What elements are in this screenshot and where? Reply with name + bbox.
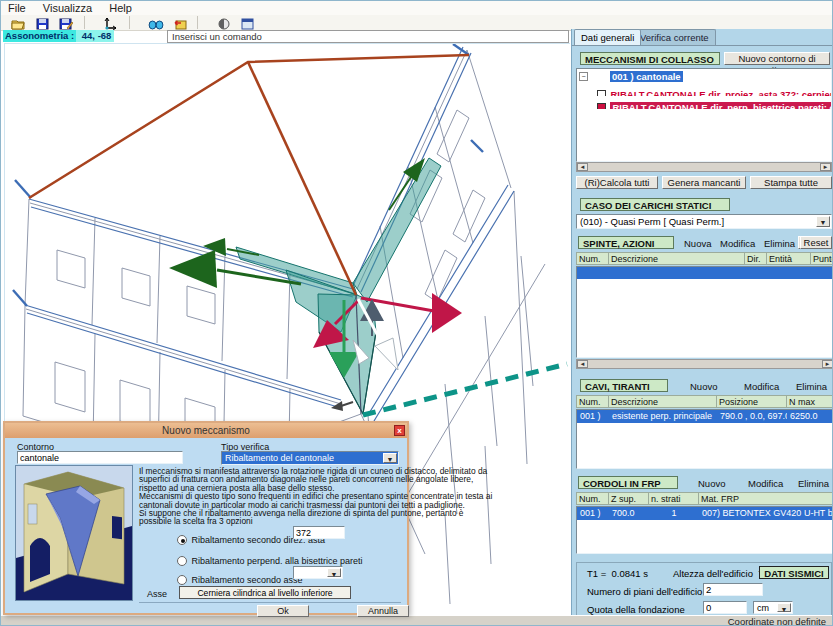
piani-input[interactable] (703, 583, 763, 596)
cavi-elimina-button[interactable]: Elimina (796, 381, 827, 392)
asse-label: Asse (147, 589, 167, 599)
axes-origin-icon[interactable] (101, 15, 120, 30)
cavi-nuovo-button[interactable]: Nuovo (690, 381, 717, 392)
mechanism-checkbox-unchecked[interactable] (597, 90, 606, 96)
mechanism-illustration (15, 465, 133, 601)
green-arrow-left (169, 250, 217, 288)
asse-combobox[interactable]: ▼ (293, 566, 343, 579)
spinte-table-header: Num. Descrizione Dir. Entità Punto (576, 252, 833, 265)
open-folder-icon[interactable] (9, 15, 28, 30)
spinte-h-scrollbar[interactable]: ◄ ► (576, 359, 833, 369)
nuovo-contorno-button[interactable]: Nuovo contorno di rottura (724, 52, 830, 65)
chevron-down-icon[interactable]: ▼ (777, 603, 791, 612)
radio-icon[interactable] (177, 575, 187, 585)
cell-num: 001 ) (577, 410, 609, 422)
spinte-modifica-button[interactable]: Modifica (720, 238, 755, 249)
status-coordinates: Coordinate non definite (728, 616, 826, 626)
radio-secondo-asse[interactable]: Ribaltamento secondo asse (177, 569, 303, 587)
save-floppy-icon[interactable] (33, 15, 52, 30)
stampa-tutte-button[interactable]: Stampa tutte (750, 176, 832, 189)
window-frame-icon[interactable] (238, 15, 257, 30)
cavi-row-selected[interactable]: 001 ) esistente perp. principale 790.0 ,… (577, 410, 833, 423)
tree-root-label: 001 ) cantonale (610, 71, 683, 82)
tree-item-2[interactable]: RIBALT.CANTONALE dir. perp. bisettrice p… (597, 97, 831, 109)
render-sphere-icon[interactable] (215, 15, 234, 30)
tree-h-scrollbar[interactable]: ◄ ► (576, 162, 832, 172)
contorno-input[interactable] (17, 451, 183, 464)
view-orientation-label: Assonometria : 44, -68 (3, 30, 114, 42)
menu-bar: File Visualizza Help (1, 1, 833, 15)
spinte-nuova-button[interactable]: Nuova (684, 238, 711, 249)
piani-label: Numero di piani dell'edificio (587, 586, 702, 597)
tree-item-2-label: RIBALT.CANTONALE dir. perp. bisettrice p… (610, 102, 831, 109)
radio3-label: Ribaltamento secondo asse (191, 575, 302, 585)
cordoli-modifica-button[interactable]: Modifica (748, 478, 783, 489)
tab-dati-generali[interactable]: Dati generali (574, 29, 641, 45)
radio-selected-icon[interactable] (177, 535, 187, 545)
white-arrow-down-right (375, 338, 398, 370)
view-label-value: 44, -68 (76, 30, 114, 42)
tab-verifica-corrente[interactable]: Verifica corrente (633, 29, 716, 45)
scroll-right-icon[interactable]: ► (822, 360, 833, 368)
tipo-verifica-combobox[interactable]: Ribaltamento del cantonale ▼ (221, 451, 399, 465)
col-zsup: Z sup. (608, 492, 648, 505)
quota-unit-combobox[interactable]: cm ▼ (753, 601, 793, 614)
panel-body: MECCANISMI DI COLLASSO Nuovo contorno di… (572, 45, 833, 615)
tree-item-1[interactable]: RIBALT.CANTONALE dir. proiez. asta 372: … (597, 84, 831, 96)
tipo-verifica-value: Ribaltamento del cantonale (222, 452, 398, 464)
annulla-button[interactable]: Annulla (357, 605, 409, 617)
spinte-elimina-button[interactable]: Elimina (764, 238, 795, 249)
genera-mancanti-button[interactable]: Genera mancanti (662, 176, 746, 189)
cordoli-elimina-button[interactable]: Elimina (798, 478, 829, 489)
carichi-header: CASO DEI CARICHI STATICI (580, 198, 730, 211)
radio2-label: Ribaltamento perpend. alla bisettrice pa… (191, 556, 362, 566)
status-bar: Coordinate non definite (1, 615, 833, 626)
scroll-left-icon[interactable]: ◄ (577, 360, 588, 368)
view-label-name: Assonometria : (3, 30, 76, 42)
cordoli-table-body: 001 ) 700.0 1 007) BETONTEX GV420 U-HT b… (576, 506, 833, 554)
col-num: Num. (576, 395, 608, 408)
spinte-empty-selected-row[interactable] (577, 267, 833, 279)
ok-button[interactable]: Ok (257, 605, 309, 617)
menu-visualizza[interactable]: Visualizza (36, 1, 99, 15)
close-icon[interactable]: x (394, 425, 405, 436)
tree-root-item[interactable]: 001 ) cantonale (607, 71, 686, 83)
col-descrizione: Descrizione (608, 395, 716, 408)
col-nmax: N max (786, 395, 833, 408)
save-as-floppy-icon[interactable] (56, 15, 75, 30)
meccanismi-tree: − 001 ) cantonale RIBALT.CANTONALE dir. … (576, 68, 832, 162)
cavi-table-header: Num. Descrizione Posizione N max (576, 395, 833, 408)
radio-icon[interactable] (177, 556, 187, 566)
cordoli-nuovo-button[interactable]: Nuovo (698, 478, 725, 489)
scroll-left-icon[interactable]: ◄ (577, 163, 588, 171)
quota-input[interactable] (703, 601, 747, 614)
command-input[interactable] (167, 30, 569, 43)
cordoli-table-header: Num. Z sup. n. strati Mat. FRP (576, 492, 833, 505)
dati-sismici-button[interactable]: DATI SISMICI (759, 566, 829, 579)
col-num: Num. (576, 252, 608, 265)
dialog-title-bar[interactable]: Nuovo meccanismo (5, 423, 407, 438)
nuovo-meccanismo-dialog: Nuovo meccanismo x Contorno Tipo verific… (3, 421, 409, 615)
reset-button[interactable]: Reset (800, 236, 832, 249)
chevron-down-icon[interactable]: ▼ (327, 568, 341, 577)
cordoli-header: CORDOLI IN FRP (578, 476, 678, 489)
ricalcola-tutti-button[interactable]: (Ri)Calcola tutti (576, 176, 658, 189)
chevron-down-icon[interactable]: ▼ (383, 453, 397, 463)
cavi-modifica-button[interactable]: Modifica (744, 381, 779, 392)
tree-expand-icon[interactable]: − (579, 72, 588, 81)
import-box-icon[interactable] (170, 15, 189, 30)
menu-help[interactable]: Help (102, 1, 139, 15)
scroll-right-icon[interactable]: ► (820, 163, 831, 171)
chevron-down-icon[interactable]: ▼ (816, 216, 830, 227)
cordoli-row-selected[interactable]: 001 ) 700.0 1 007) BETONTEX GV420 U-HT b… (577, 507, 833, 520)
menu-file[interactable]: File (1, 1, 33, 15)
t1-value: T1 = 0.0841 s (587, 568, 648, 579)
right-panel: Dati generali Verifica corrente MECCANIS… (571, 29, 833, 615)
glasses-view-icon[interactable] (146, 15, 165, 30)
mechanism-checkbox-checked[interactable] (597, 103, 606, 109)
cavi-header: CAVI, TIRANTI (580, 379, 668, 392)
carichi-combobox[interactable]: (010) - Quasi Perm [ Quasi Perm.] ▼ (576, 214, 832, 229)
cerniera-button[interactable]: Cerniera cilindrica al livello inferiore (179, 586, 351, 599)
asta-number-input[interactable] (293, 526, 345, 539)
meccanismi-header: MECCANISMI DI COLLASSO (580, 52, 720, 65)
